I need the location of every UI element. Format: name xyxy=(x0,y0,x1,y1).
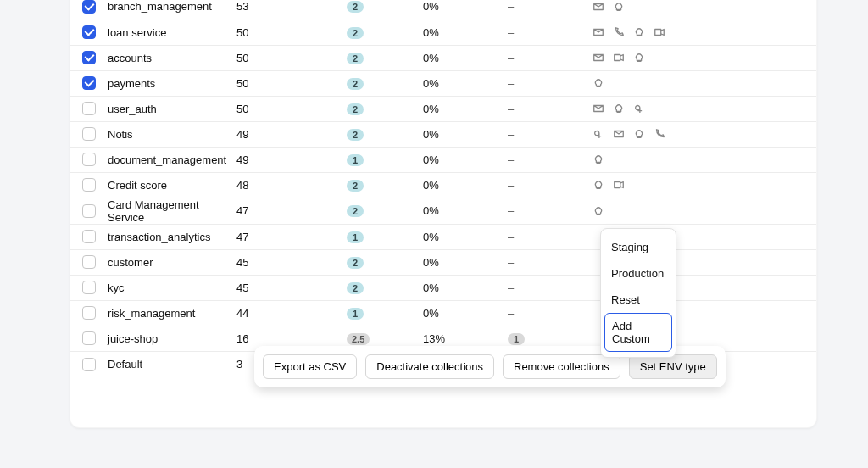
metric-pill: 2 xyxy=(347,1,364,13)
collection-name[interactable]: branch_management xyxy=(108,0,212,13)
table-row: accounts 50 2 0% – xyxy=(70,45,816,70)
channel-icons xyxy=(593,77,816,89)
percent-value: 0% xyxy=(423,204,439,217)
dash-value: – xyxy=(508,103,514,115)
dash-value: – xyxy=(508,256,514,269)
env-option[interactable]: Reset xyxy=(601,287,676,313)
key-icon xyxy=(633,103,645,114)
collection-name[interactable]: loan service xyxy=(108,26,166,39)
row-checkbox[interactable] xyxy=(82,51,96,64)
row-checkbox[interactable] xyxy=(82,255,96,269)
metric-pill: 2 xyxy=(347,282,364,294)
channel-icons xyxy=(593,1,816,13)
mail-icon xyxy=(593,1,604,13)
table-row: branch_management 53 2 0% – xyxy=(70,0,816,20)
row-checkbox[interactable] xyxy=(82,76,96,90)
bulb-icon xyxy=(613,1,625,13)
collection-name[interactable]: payments xyxy=(108,77,155,90)
count-value: 50 xyxy=(236,103,248,115)
row-checkbox[interactable] xyxy=(82,127,96,141)
collection-name[interactable]: accounts xyxy=(108,52,152,64)
collection-name[interactable]: risk_management xyxy=(108,307,195,320)
collections-table: branch_management 53 2 0% – loan service… xyxy=(70,0,816,376)
bulb-icon xyxy=(633,52,645,64)
metric-pill: 2 xyxy=(347,257,364,269)
collection-name[interactable]: juice-shop xyxy=(108,332,158,345)
export-csv-button[interactable]: Export as CSV xyxy=(263,354,357,379)
metric-pill: 2 xyxy=(347,129,364,141)
row-checkbox[interactable] xyxy=(82,358,96,371)
channel-icons xyxy=(593,52,816,64)
row-checkbox[interactable] xyxy=(82,25,96,39)
phone-icon xyxy=(654,128,665,140)
channel-icons xyxy=(593,128,816,140)
mail-icon xyxy=(593,52,604,64)
metric-pill: 2 xyxy=(347,205,364,217)
dash-value: – xyxy=(508,0,514,13)
table-row: kyc 45 2 0% – xyxy=(70,275,816,300)
env-option[interactable]: Add Custom xyxy=(604,313,672,352)
bulb-icon xyxy=(633,128,645,140)
mail-icon xyxy=(613,128,625,140)
row-checkbox[interactable] xyxy=(82,230,96,243)
count-pill: 1 xyxy=(508,333,525,345)
percent-value: 0% xyxy=(423,128,439,141)
channel-icons xyxy=(593,153,816,165)
count-value: 50 xyxy=(236,26,248,39)
percent-value: 0% xyxy=(423,77,439,90)
video-icon xyxy=(613,52,625,64)
percent-value: 0% xyxy=(423,281,439,294)
row-checkbox[interactable] xyxy=(82,332,96,345)
collection-name[interactable]: user_auth xyxy=(108,103,157,115)
env-option[interactable]: Production xyxy=(601,260,676,287)
collection-name[interactable]: customer xyxy=(108,256,153,269)
collection-name[interactable]: document_management xyxy=(108,153,226,166)
bulb-icon xyxy=(593,153,604,165)
video-icon xyxy=(613,179,625,191)
row-checkbox[interactable] xyxy=(82,0,96,14)
table-row: document_management 49 1 0% – xyxy=(70,147,816,172)
table-row: risk_management 44 1 0% – xyxy=(70,300,816,326)
dash-value: – xyxy=(508,179,514,192)
set-env-button[interactable]: Set ENV type xyxy=(629,354,717,379)
dash-value: – xyxy=(508,26,514,39)
deactivate-button[interactable]: Deactivate collections xyxy=(365,354,494,379)
video-icon xyxy=(654,26,665,38)
table-row: transaction_analytics 47 1 0% – xyxy=(70,224,816,249)
collection-name[interactable]: Credit score xyxy=(108,179,167,192)
count-value: 44 xyxy=(236,307,248,320)
row-checkbox[interactable] xyxy=(82,178,96,192)
row-checkbox[interactable] xyxy=(82,281,96,294)
mail-icon xyxy=(593,103,604,114)
percent-value: 0% xyxy=(423,26,439,39)
bulb-icon xyxy=(593,179,604,191)
collection-name[interactable]: Card Management Service xyxy=(108,198,199,224)
metric-pill: 2.5 xyxy=(347,333,370,345)
metric-pill: 1 xyxy=(347,308,364,320)
row-checkbox[interactable] xyxy=(82,153,96,166)
row-checkbox[interactable] xyxy=(82,204,96,218)
collection-name[interactable]: kyc xyxy=(108,281,125,294)
dash-value: – xyxy=(508,204,514,217)
bulb-icon xyxy=(633,26,645,38)
remove-button[interactable]: Remove collections xyxy=(503,354,620,379)
table-row: Notis 49 2 0% – xyxy=(70,121,816,147)
collection-name[interactable]: Default xyxy=(108,358,142,370)
count-value: 45 xyxy=(236,256,248,269)
channel-icons xyxy=(593,179,816,191)
table-row: Credit score 48 2 0% – xyxy=(70,172,816,198)
table-row: payments 50 2 0% – xyxy=(70,70,816,96)
mail-icon xyxy=(593,26,604,38)
bulb-icon xyxy=(593,205,604,217)
collection-name[interactable]: transaction_analytics xyxy=(108,231,210,243)
row-checkbox[interactable] xyxy=(82,102,96,115)
percent-value: 0% xyxy=(423,231,439,243)
metric-pill: 2 xyxy=(347,53,364,64)
dash-value: – xyxy=(508,77,514,90)
row-checkbox[interactable] xyxy=(82,306,96,320)
count-value: 47 xyxy=(236,231,248,243)
percent-value: 0% xyxy=(423,307,439,320)
env-option[interactable]: Staging xyxy=(601,234,676,260)
dash-value: – xyxy=(508,128,514,141)
collection-name[interactable]: Notis xyxy=(108,128,133,141)
